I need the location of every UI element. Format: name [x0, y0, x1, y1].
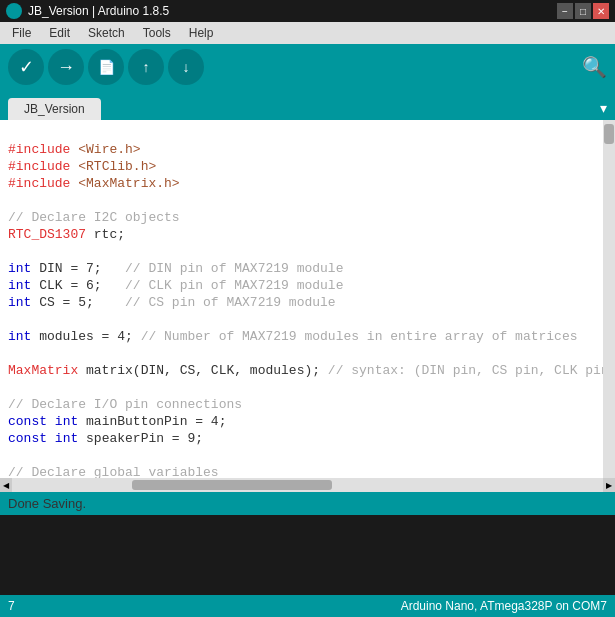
scrollbar-thumb-y[interactable]: [604, 124, 614, 144]
menu-file[interactable]: File: [4, 24, 39, 42]
maximize-button[interactable]: □: [575, 3, 591, 19]
menu-bar: File Edit Sketch Tools Help: [0, 22, 615, 44]
new-button[interactable]: 📄: [88, 49, 124, 85]
line-number: 7: [8, 599, 15, 613]
tab-jb-version[interactable]: JB_Version: [8, 98, 101, 120]
save-button[interactable]: ↓: [168, 49, 204, 85]
board-info: Arduino Nano, ATmega328P on COM7: [401, 599, 607, 613]
close-button[interactable]: ✕: [593, 3, 609, 19]
editor-container: #include <Wire.h> #include <RTClib.h> #i…: [0, 120, 615, 478]
title-bar: JB_Version | Arduino 1.8.5 − □ ✕: [0, 0, 615, 22]
scrollbar-thumb-x[interactable]: [132, 480, 332, 490]
done-saving-bar: Done Saving.: [0, 492, 615, 515]
verify-button[interactable]: ✓: [8, 49, 44, 85]
upload-button[interactable]: →: [48, 49, 84, 85]
scroll-right-button[interactable]: ▶: [603, 478, 615, 492]
tab-dropdown-button[interactable]: ▾: [596, 96, 611, 120]
minimize-button[interactable]: −: [557, 3, 573, 19]
status-bar: 7 Arduino Nano, ATmega328P on COM7: [0, 595, 615, 617]
menu-edit[interactable]: Edit: [41, 24, 78, 42]
search-button[interactable]: 🔍: [582, 55, 607, 79]
open-button[interactable]: ↑: [128, 49, 164, 85]
tab-label: JB_Version: [24, 102, 85, 116]
console-output: [0, 515, 615, 595]
app-icon: [6, 3, 22, 19]
toolbar: ✓ → 📄 ↑ ↓ 🔍: [0, 44, 615, 90]
editor-content[interactable]: #include <Wire.h> #include <RTClib.h> #i…: [0, 120, 603, 478]
menu-sketch[interactable]: Sketch: [80, 24, 133, 42]
done-saving-text: Done Saving.: [8, 496, 86, 511]
tab-bar: JB_Version ▾: [0, 90, 615, 120]
scrollbar-track-x[interactable]: [12, 478, 603, 492]
scroll-left-button[interactable]: ◀: [0, 478, 12, 492]
horizontal-scrollbar[interactable]: ◀ ▶: [0, 478, 615, 492]
menu-help[interactable]: Help: [181, 24, 222, 42]
vertical-scrollbar[interactable]: [603, 120, 615, 478]
menu-tools[interactable]: Tools: [135, 24, 179, 42]
window-title: JB_Version | Arduino 1.8.5: [28, 4, 169, 18]
